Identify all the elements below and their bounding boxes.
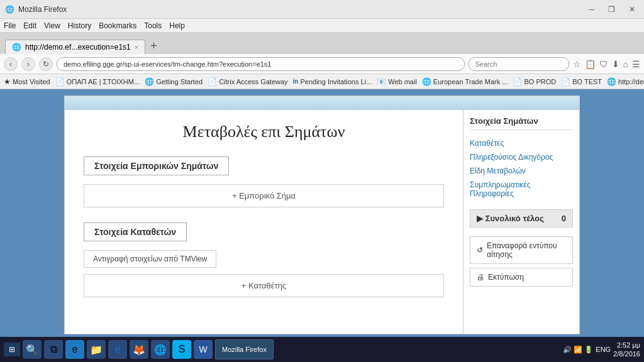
chrome-icon[interactable]: 🌐 (151, 340, 170, 359)
active-tab[interactable]: 🌐 http://demo.ef...execution=e1s1 × (5, 40, 145, 54)
firefox-icon[interactable]: 🦊 (130, 340, 148, 359)
sidebar-total-value: 0 (562, 214, 566, 223)
section-depositors-header: Στοιχεία Καταθετών (84, 222, 187, 241)
bookmark-opap[interactable]: 📄 ΟΠΑΠ ΑΕ | ΣΤΟΙΧΗΜ... (55, 77, 140, 86)
bookmark-citrix[interactable]: 📄 Citrix Access Gateway (208, 77, 287, 86)
menu-bookmarks[interactable]: Bookmarks (99, 21, 136, 30)
bookmark-pending[interactable]: in Pending Invitations Li... (293, 78, 372, 85)
botest-icon: 📄 (561, 77, 570, 86)
menu-file[interactable]: File (4, 21, 16, 30)
bookmark-eutm[interactable]: 🌐 European Trade Mark ... (422, 77, 508, 86)
menu-tools[interactable]: Tools (144, 21, 162, 30)
start-button[interactable]: ⊞ (4, 343, 20, 356)
star-icon[interactable]: ☆ (573, 59, 581, 69)
sidebar-link-info[interactable]: Συμπληρωματικές Πληροφορίες (470, 178, 573, 200)
skype-icon[interactable]: S (172, 340, 191, 359)
menu-edit[interactable]: Edit (23, 21, 36, 30)
shield-icon[interactable]: 🛡 (599, 59, 608, 69)
address-input[interactable] (57, 57, 465, 71)
folder-icon[interactable]: 📁 (87, 340, 106, 359)
back-button[interactable]: ‹ (4, 57, 18, 71)
sidebar-total-label: ▶ Συνολικό τέλος (477, 214, 544, 223)
print-button[interactable]: 🖨 Εκτύπωση (470, 268, 573, 287)
menu-icon[interactable]: ☰ (632, 59, 640, 69)
sidebar-total: ▶ Συνολικό τέλος 0 (470, 209, 573, 228)
bookmark-getting-started-label: Getting Started (156, 78, 203, 85)
tab-favicon: 🌐 (12, 43, 21, 52)
bookmark-boprod-label: BO PROD (524, 78, 556, 85)
page-main: Μεταβολές επι Σημάτων Στοιχεία Εμπορικών… (65, 110, 463, 334)
sidebar-link-depositors[interactable]: Καταθέτες (470, 136, 573, 150)
bookmark-icon[interactable]: 📋 (585, 59, 596, 69)
maximize-button[interactable]: ❐ (604, 4, 619, 15)
copy-tmview-button[interactable]: Αντιγραφή στοιχείων από TMView (84, 250, 216, 268)
home-icon[interactable]: ⌂ (623, 59, 628, 69)
page-body: Μεταβολές επι Σημάτων Στοιχεία Εμπορικών… (65, 110, 579, 334)
forward-button[interactable]: › (21, 57, 35, 71)
date: 2/8/2016 (613, 349, 640, 358)
page-title: Μεταβολές επι Σημάτων (84, 123, 444, 141)
bookmarks-bar: ★ Most Visited 📄 ΟΠΑΠ ΑΕ | ΣΤΟΙΧΗΜ... 🌐 … (0, 74, 644, 89)
star-bm-icon: ★ (4, 77, 11, 86)
ie-icon[interactable]: e (108, 340, 127, 359)
edge-icon[interactable]: e (65, 340, 84, 359)
sidebar-link-lawyer[interactable]: Πληρεξούσιος Δικηγόρος (470, 150, 573, 164)
section-trademarks-header: Στοιχεία Εμπορικών Σημάτων (84, 156, 229, 175)
bookmark-demo-label: http://demo.efiling.gg... (618, 78, 644, 85)
page-wrapper: Μεταβολές επι Σημάτων Στοιχεία Εμπορικών… (64, 96, 580, 334)
sidebar-link-changes[interactable]: Είδη Μεταβολών (470, 164, 573, 178)
total-arrow-icon: ▶ (477, 214, 483, 223)
system-tray: 🔊 📶 🔋 (563, 346, 593, 354)
tab-close-button[interactable]: × (135, 43, 138, 51)
addressbar: ‹ › ↻ ☆ 📋 🛡 ⬇ ⌂ ☰ (0, 54, 644, 74)
download-icon[interactable]: ⬇ (612, 59, 619, 69)
sidebar-title: Στοιχεία Σημάτων (470, 116, 573, 130)
getting-started-icon: 🌐 (145, 77, 154, 86)
menubar: File Edit View History Bookmarks Tools H… (0, 19, 644, 33)
page-header (65, 96, 579, 110)
task-view-icon[interactable]: ⧉ (44, 340, 63, 359)
demo-icon: 🌐 (607, 77, 616, 86)
bookmark-demo[interactable]: 🌐 http://demo.efiling.gg... (607, 77, 644, 86)
search-input[interactable] (469, 57, 569, 71)
linkedin-icon: in (293, 78, 299, 85)
opap-icon: 📄 (55, 77, 65, 86)
menu-view[interactable]: View (44, 21, 60, 30)
bookmark-webmail-label: Web mail (388, 78, 417, 85)
close-button[interactable]: ✕ (625, 4, 639, 15)
bookmark-boprod[interactable]: 📄 BO PROD (513, 77, 556, 86)
bookmark-webmail[interactable]: 📧 Web mail (377, 77, 417, 86)
browser-icon: 🌐 (5, 5, 14, 14)
bookmark-citrix-label: Citrix Access Gateway (219, 78, 287, 85)
eutm-icon: 🌐 (422, 77, 431, 86)
browser-content: Μεταβολές επι Σημάτων Στοιχεία Εμπορικών… (0, 89, 644, 337)
word-icon[interactable]: W (194, 340, 213, 359)
menu-history[interactable]: History (68, 21, 91, 30)
reset-form-button[interactable]: ↺ Επαναφορά εντύπου αίτησης (470, 236, 573, 264)
new-tab-button[interactable]: + (145, 40, 162, 53)
search-taskbar-icon[interactable]: 🔍 (23, 340, 42, 359)
titlebar-left: 🌐 Mozilla Firefox (5, 5, 67, 14)
refresh-button[interactable]: ↻ (39, 57, 53, 71)
minimize-button[interactable]: ─ (585, 4, 598, 15)
time: 2:52 μμ (613, 341, 640, 349)
webmail-icon: 📧 (377, 77, 386, 86)
add-depositor-button[interactable]: + Καταθέτης (84, 274, 444, 297)
bookmark-pending-label: Pending Invitations Li... (300, 78, 372, 85)
bookmark-getting-started[interactable]: 🌐 Getting Started (145, 77, 203, 86)
lang-indicator: ENG (596, 346, 611, 353)
active-app[interactable]: Mozilla Firefox (215, 339, 274, 359)
bookmark-most-visited[interactable]: ★ Most Visited (4, 77, 50, 86)
bookmark-botest-label: BO TEST (572, 78, 602, 85)
print-icon: 🖨 (477, 273, 484, 282)
bookmark-botest[interactable]: 📄 BO TEST (561, 77, 602, 86)
add-trademark-button[interactable]: + Εμπορικό Σήμα (84, 184, 444, 207)
menu-help[interactable]: Help (169, 21, 185, 30)
windows-icon: ⊞ (9, 345, 15, 354)
section-depositors: Στοιχεία Καταθετών Αντιγραφή στοιχείων α… (84, 222, 444, 297)
bookmark-most-visited-label: Most Visited (13, 78, 50, 85)
address-icons: ☆ 📋 🛡 ⬇ ⌂ ☰ (573, 59, 640, 69)
boprod-icon: 📄 (513, 77, 522, 86)
browser-title: Mozilla Firefox (18, 5, 67, 14)
tabbar: 🌐 http://demo.ef...execution=e1s1 × + (0, 33, 644, 54)
